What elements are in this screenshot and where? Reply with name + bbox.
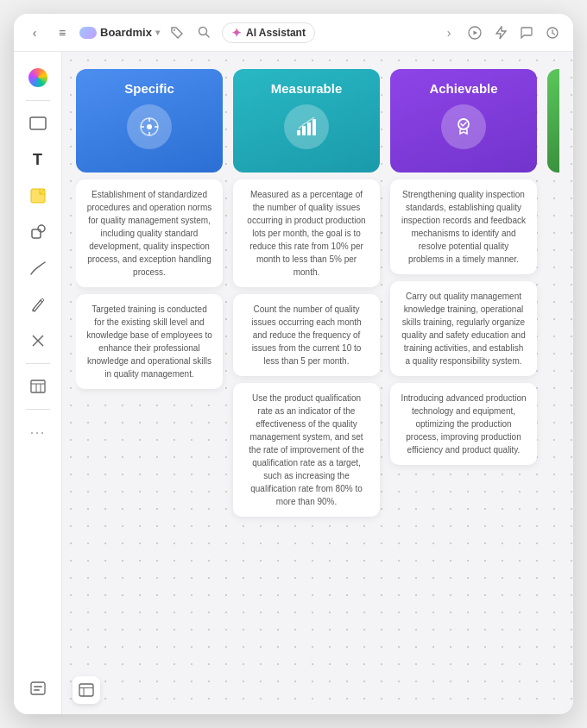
column-specific-header: Specific	[76, 69, 223, 173]
top-bar-left: ‹ ≡ Boardmix ▾ ✦ AI A	[24, 22, 432, 43]
svg-point-9	[38, 225, 45, 232]
frame-tool[interactable]	[22, 108, 54, 139]
svg-line-2	[206, 35, 210, 38]
search-button[interactable]	[194, 22, 215, 43]
toolbar-separator-2	[26, 363, 50, 364]
shape-tool[interactable]	[22, 217, 54, 248]
brand-chevron: ▾	[155, 28, 160, 37]
color-picker-tool[interactable]	[22, 62, 54, 93]
chat-button[interactable]	[516, 22, 537, 43]
column-measurable-header: Measurable	[233, 69, 380, 173]
cloud-icon	[79, 27, 97, 39]
column-partial	[547, 69, 559, 697]
text-tool-icon: T	[33, 151, 42, 169]
svg-rect-26	[302, 126, 306, 135]
ai-label: AI Assistant	[246, 27, 306, 39]
column-achievable: Achievable Strengthening quality inspect…	[390, 69, 537, 697]
measurable-card-3: Use the product qualification rate as an…	[233, 383, 380, 517]
measurable-card-1: Measured as a percentage of the number o…	[233, 179, 380, 287]
connect-tool[interactable]	[22, 325, 54, 356]
toolbar-separator-1	[26, 100, 50, 101]
column-specific-icon	[127, 104, 172, 149]
measurable-card-3-text: Use the product qualification rate as an…	[249, 393, 363, 506]
color-dot	[28, 68, 47, 87]
measurable-card-2: Count the number of quality issues occur…	[233, 294, 380, 376]
svg-rect-6	[30, 117, 46, 129]
specific-card-2: Targeted training is conducted for the e…	[76, 294, 223, 389]
svg-rect-12	[31, 380, 45, 392]
svg-rect-27	[307, 122, 311, 135]
tag-button[interactable]	[167, 22, 187, 43]
toolbar-separator-3	[26, 409, 50, 410]
ai-assistant-button[interactable]: ✦ AI Assistant	[222, 22, 315, 43]
dots-icon: ···	[29, 424, 45, 442]
svg-rect-25	[297, 130, 300, 135]
column-measurable: Measurable Measured as a	[233, 69, 380, 697]
column-specific: Specific	[76, 69, 223, 697]
specific-card-1: Establishment of standardized procedures…	[76, 179, 223, 287]
table-tool[interactable]	[22, 371, 54, 402]
svg-rect-28	[312, 119, 316, 135]
back-button[interactable]: ‹	[24, 22, 45, 43]
canvas-bottom-icon[interactable]	[73, 676, 100, 704]
column-partial-header	[547, 69, 559, 173]
specific-card-2-text: Targeted training is conducted for the e…	[86, 304, 212, 379]
svg-rect-18	[34, 689, 40, 691]
ai-spark-icon: ✦	[231, 26, 242, 40]
brand-name: Boardmix	[100, 26, 152, 39]
svg-point-20	[147, 124, 152, 129]
column-achievable-header: Achievable	[390, 69, 537, 173]
pen-tool[interactable]	[22, 289, 54, 320]
more-tools-button[interactable]: ···	[22, 417, 54, 448]
achievable-card-1: Strengthening quality inspection standar…	[390, 179, 537, 274]
svg-point-0	[174, 29, 175, 31]
expand-right-button[interactable]: ›	[439, 22, 459, 43]
column-measurable-icon	[284, 104, 329, 149]
measurable-card-2-text: Count the number of quality issues occur…	[251, 304, 361, 366]
column-specific-title: Specific	[124, 81, 174, 96]
bottom-tool[interactable]	[22, 673, 54, 704]
svg-marker-4	[474, 30, 478, 35]
column-achievable-icon	[441, 104, 486, 149]
left-toolbar: T	[14, 52, 62, 714]
menu-button[interactable]: ≡	[52, 22, 73, 43]
canvas-area: Specific	[62, 52, 573, 714]
column-measurable-title: Measurable	[271, 81, 343, 96]
play-button[interactable]	[464, 22, 485, 43]
text-tool[interactable]: T	[22, 144, 54, 175]
line-tool[interactable]	[22, 253, 54, 284]
top-bar: ‹ ≡ Boardmix ▾ ✦ AI A	[14, 14, 573, 52]
svg-rect-17	[34, 686, 42, 687]
main-area: T	[14, 52, 573, 714]
svg-rect-16	[31, 682, 45, 694]
achievable-card-2-text: Carry out quality management knowledge t…	[401, 292, 525, 366]
top-bar-right: ›	[439, 22, 563, 43]
sticky-note-tool[interactable]	[22, 180, 54, 211]
history-button[interactable]	[542, 22, 563, 43]
brand-logo[interactable]: Boardmix ▾	[79, 26, 160, 39]
measurable-card-1-text: Measured as a percentage of the number o…	[247, 190, 365, 277]
achievable-card-1-text: Strengthening quality inspection standar…	[401, 190, 526, 264]
specific-card-1-text: Establishment of standardized procedures…	[87, 190, 212, 277]
app-window: ‹ ≡ Boardmix ▾ ✦ AI A	[14, 14, 573, 714]
svg-rect-30	[79, 684, 93, 696]
achievable-card-2: Carry out quality management knowledge t…	[390, 281, 537, 376]
column-achievable-title: Achievable	[429, 81, 497, 96]
achievable-card-3: Introducing advanced production technolo…	[390, 383, 537, 465]
achievable-card-3-text: Introducing advanced production technolo…	[401, 393, 526, 455]
columns-container: Specific	[76, 69, 559, 697]
lightning-button[interactable]	[490, 22, 511, 43]
